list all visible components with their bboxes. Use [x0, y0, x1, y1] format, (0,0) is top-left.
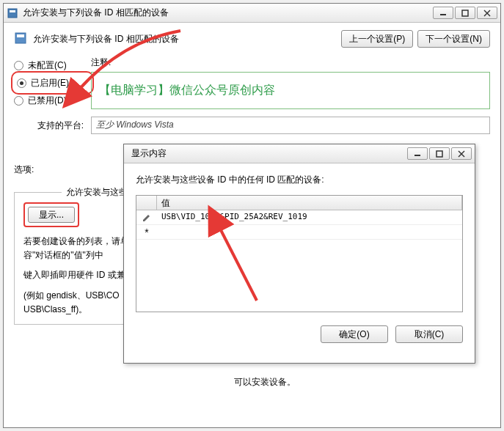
grid-header-icon-col: [136, 196, 157, 210]
dialog-description: 允许安装与这些设备 ID 中的任何 ID 匹配的设备:: [136, 174, 463, 186]
policy-icon: [14, 32, 27, 47]
grid-header-value-col: 值: [157, 196, 462, 210]
svg-rect-3: [462, 10, 468, 16]
radio-icon: [14, 61, 23, 70]
dialog-title: 显示内容: [127, 147, 407, 160]
bottom-note: 可以安装设备。: [234, 376, 498, 388]
dialog-close-button[interactable]: [451, 147, 472, 160]
dialog-maximize-button[interactable]: [429, 147, 450, 160]
radio-label: 已启用(E): [31, 77, 69, 89]
platform-field[interactable]: 至少 Windows Vista: [91, 117, 490, 134]
next-setting-button[interactable]: 下一个设置(N): [417, 30, 490, 48]
value-cell[interactable]: USB\VID_1058&PID_25A2&REV_1019: [157, 210, 462, 224]
radio-disabled[interactable]: 已禁用(D): [14, 92, 91, 109]
radio-enabled[interactable]: 已启用(E): [14, 74, 91, 92]
svg-rect-0: [8, 9, 17, 18]
maximize-button[interactable]: [455, 7, 475, 19]
radio-label: 未配置(C): [28, 59, 67, 72]
comment-text: 【电脑学习】微信公众号原创内容: [91, 72, 490, 109]
pencil-icon: [136, 210, 157, 224]
show-button[interactable]: 显示...: [28, 207, 75, 223]
window-title: 允许安装与下列设备 ID 相匹配的设备: [23, 7, 433, 19]
radio-icon: [14, 96, 23, 106]
show-contents-dialog: 显示内容 允许安装与这些设备 ID 中的任何 ID 匹配的设备: 值 USB\V…: [123, 144, 475, 364]
dialog-minimize-button[interactable]: [407, 147, 428, 160]
section-title: 允许安装与下列设备 ID 相匹配的设备: [33, 33, 179, 45]
ok-button[interactable]: 确定(O): [321, 325, 388, 343]
svg-rect-7: [17, 34, 24, 37]
value-cell[interactable]: [157, 225, 462, 239]
close-button[interactable]: [477, 7, 497, 19]
grid-header: 值: [136, 196, 462, 210]
show-button-highlight: 显示...: [23, 202, 79, 227]
comment-label: 注释:: [91, 56, 490, 69]
radio-label: 已禁用(D): [28, 95, 67, 107]
platform-label: 支持的平台:: [14, 119, 91, 132]
main-titlebar[interactable]: 允许安装与下列设备 ID 相匹配的设备: [4, 4, 500, 23]
cancel-button[interactable]: 取消(C): [395, 325, 463, 343]
svg-rect-9: [437, 151, 442, 157]
previous-setting-button[interactable]: 上一个设置(P): [341, 30, 413, 48]
radio-icon: [17, 78, 26, 88]
svg-rect-1: [10, 10, 15, 12]
minimize-button[interactable]: [433, 7, 453, 19]
dialog-titlebar[interactable]: 显示内容: [124, 144, 475, 163]
table-row[interactable]: USB\VID_1058&PID_25A2&REV_1019: [136, 210, 462, 225]
asterisk-icon: *: [136, 225, 157, 239]
radio-not-configured[interactable]: 未配置(C): [14, 56, 91, 74]
app-icon: [7, 7, 18, 19]
value-grid[interactable]: 值 USB\VID_1058&PID_25A2&REV_1019 *: [136, 195, 463, 312]
table-row[interactable]: *: [136, 225, 462, 240]
